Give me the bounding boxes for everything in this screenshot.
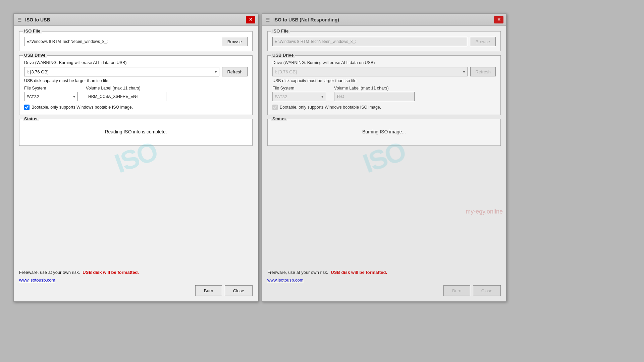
right-title-bar-left: ☰ ISO to USB (Not Responding) xyxy=(265,17,339,23)
left-window-title: ISO to USB xyxy=(25,17,50,22)
right-app-icon: ☰ xyxy=(265,17,271,23)
left-window: ☰ ISO to USB ✕ ISO File Browse USB Dri xyxy=(13,13,258,302)
right-usb-drive-label: USB Drive xyxy=(271,53,295,58)
right-bootable-row: Bootable, only supports Windows bootable… xyxy=(272,105,496,110)
left-usb-drive-group: USB Drive Drive (WARNING: Burning will e… xyxy=(19,55,253,115)
left-iso-file-label: ISO File xyxy=(23,28,42,34)
left-vol-label: Volume Label (max 11 chars) xyxy=(86,86,166,90)
left-footer-buttons: Burn Close xyxy=(19,285,253,296)
left-iso-file-group: ISO File Browse xyxy=(19,31,253,51)
right-iso-file-row: Browse xyxy=(272,37,496,46)
left-vol-col: Volume Label (max 11 chars) xyxy=(86,86,166,101)
left-footer-link[interactable]: www.isotousb.com xyxy=(19,278,55,283)
right-status-label: Status xyxy=(271,116,287,121)
left-vol-label-input[interactable] xyxy=(86,92,166,101)
right-bootable-checkbox xyxy=(272,105,278,110)
right-vol-col: Volume Label (max 11 chars) xyxy=(334,86,415,101)
left-window-body: ISO File Browse USB Drive Drive (WARNING… xyxy=(14,26,258,301)
right-window-title: ISO to USB (Not Responding) xyxy=(273,17,339,22)
right-usb-drive-group: USB Drive Drive (WARNING: Burning will e… xyxy=(267,55,501,115)
left-freeware-text: Freeware, use at your own risk. xyxy=(19,270,80,275)
right-freeware-text: Freeware, use at your own risk. xyxy=(267,270,328,275)
left-footer: Freeware, use at your own risk. USB disk… xyxy=(19,267,253,296)
left-close-action-button[interactable]: Close xyxy=(225,285,253,296)
right-vol-label-input xyxy=(334,92,415,101)
left-bootable-label: Bootable, only supports Windows bootable… xyxy=(32,105,133,110)
left-fs-label: File System xyxy=(24,86,78,90)
left-title-bar-left: ☰ ISO to USB xyxy=(16,17,50,23)
app-icon: ☰ xyxy=(16,17,22,23)
left-drive-row: I: [3.76 GB] Refresh xyxy=(24,67,248,76)
right-refresh-button: Refresh xyxy=(470,67,496,76)
left-fs-select[interactable]: FAT32 NTFS xyxy=(24,92,78,101)
left-usb-warning: Drive (WARNING: Burning will erase ALL d… xyxy=(24,60,248,65)
right-bootable-label: Bootable, only supports Windows bootable… xyxy=(280,105,381,110)
right-drive-select-wrapper: I: [3.76 GB] xyxy=(272,67,468,76)
right-fs-select: FAT32 NTFS xyxy=(272,92,326,101)
right-window-body: ISO File Browse USB Drive Drive (WARNING… xyxy=(262,26,506,301)
right-fs-label: File System xyxy=(272,86,326,90)
right-capacity-note: USB disk capacity must be larger than is… xyxy=(272,78,496,83)
right-footer-link-row: www.isotousb.com xyxy=(267,278,501,283)
left-iso-path-input[interactable] xyxy=(24,37,219,46)
right-fs-col: File System FAT32 NTFS xyxy=(272,86,326,101)
right-vol-label: Volume Label (max 11 chars) xyxy=(334,86,415,90)
right-status-text: Burning ISO image... xyxy=(362,129,406,134)
left-capacity-note: USB disk capacity must be larger than is… xyxy=(24,78,248,83)
left-status-text: Reading ISO info is complete. xyxy=(105,129,167,134)
left-footer-row: Freeware, use at your own risk. USB disk… xyxy=(19,270,253,275)
right-iso-file-group: ISO File Browse xyxy=(267,31,501,51)
right-burn-button: Burn xyxy=(443,285,470,296)
right-footer-buttons: Burn Close xyxy=(267,285,501,296)
right-footer-row: Freeware, use at your own risk. USB disk… xyxy=(267,270,501,275)
left-refresh-button[interactable]: Refresh xyxy=(222,67,248,76)
right-browse-button: Browse xyxy=(470,37,496,46)
right-usb-warning: Drive (WARNING: Burning will erase ALL d… xyxy=(272,60,496,65)
left-status-label: Status xyxy=(23,116,39,121)
left-fs-label-row: File System FAT32 NTFS Volume Label (max… xyxy=(24,86,248,101)
right-fs-label-row: File System FAT32 NTFS Volume Label (max… xyxy=(272,86,496,101)
left-close-button[interactable]: ✕ xyxy=(246,16,255,23)
left-footer-warning: USB disk will be formatted. xyxy=(83,270,139,275)
right-footer-link[interactable]: www.isotousb.com xyxy=(267,278,304,283)
left-bootable-row: Bootable, only supports Windows bootable… xyxy=(24,105,248,110)
left-footer-link-row: www.isotousb.com xyxy=(19,278,253,283)
right-close-action-button: Close xyxy=(473,285,501,296)
right-window-container: ☰ ISO to USB (Not Responding) ✕ ISO File… xyxy=(258,7,500,355)
left-window-container: ☰ ISO to USB ✕ ISO File Browse USB Dri xyxy=(10,7,252,355)
left-fs-col: File System FAT32 NTFS xyxy=(24,86,78,101)
left-iso-file-row: Browse xyxy=(24,37,248,46)
left-bootable-checkbox[interactable] xyxy=(24,105,30,110)
right-drive-select: I: [3.76 GB] xyxy=(272,67,468,76)
right-title-bar: ☰ ISO to USB (Not Responding) ✕ xyxy=(262,14,506,26)
right-footer-warning: USB disk will be formatted. xyxy=(331,270,387,275)
right-drive-row: I: [3.76 GB] Refresh xyxy=(272,67,496,76)
left-burn-button[interactable]: Burn xyxy=(195,285,222,296)
right-iso-file-label: ISO File xyxy=(271,28,290,34)
left-status-group: Status Reading ISO info is complete. xyxy=(19,119,253,146)
left-drive-select[interactable]: I: [3.76 GB] xyxy=(24,67,219,76)
right-status-group: Status Burning ISO image... xyxy=(267,119,501,146)
left-title-bar: ☰ ISO to USB ✕ xyxy=(14,14,258,26)
right-window: ☰ ISO to USB (Not Responding) ✕ ISO File… xyxy=(262,13,506,302)
right-iso-path-input[interactable] xyxy=(272,37,467,46)
left-fs-select-wrapper: FAT32 NTFS xyxy=(24,92,78,101)
left-drive-select-wrapper: I: [3.76 GB] xyxy=(24,67,219,76)
left-browse-button[interactable]: Browse xyxy=(222,37,248,46)
right-fs-select-wrapper: FAT32 NTFS xyxy=(272,92,326,101)
right-footer: Freeware, use at your own risk. USB disk… xyxy=(267,267,501,296)
left-usb-drive-label: USB Drive xyxy=(23,53,47,58)
right-close-button[interactable]: ✕ xyxy=(494,16,503,23)
